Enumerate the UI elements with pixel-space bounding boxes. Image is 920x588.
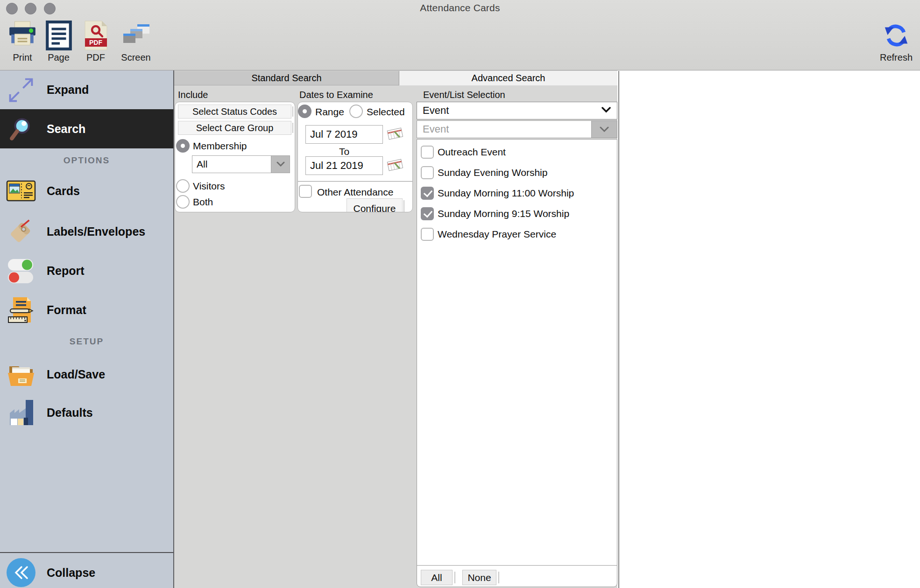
folder-icon [6, 361, 36, 388]
sidebar-item-report[interactable]: Report [0, 257, 173, 285]
event-row: Outreach Event [417, 142, 617, 162]
sidebar-item-label: Expand [47, 83, 89, 97]
print-button[interactable]: Print [4, 20, 41, 63]
search-tabs: Standard Search Advanced Search [174, 71, 617, 85]
screen-icon [115, 20, 157, 51]
toggles-icon [6, 257, 36, 284]
select-status-codes-button[interactable]: Select Status Codes [178, 105, 291, 119]
both-radio[interactable] [176, 195, 190, 209]
sidebar-item-format[interactable]: Format [0, 296, 173, 324]
event-checkbox[interactable] [421, 166, 434, 179]
select-care-group-button[interactable]: Select Care Group [178, 121, 291, 135]
search-pane: Standard Search Advanced Search Include … [174, 70, 617, 588]
sidebar-item-label: Labels/Envelopes [47, 225, 145, 238]
sidebar-item-defaults[interactable]: Defaults [0, 398, 173, 427]
select-none-button[interactable]: None [462, 570, 496, 585]
sidebar-item-search[interactable]: Search [0, 109, 173, 148]
event-checkbox[interactable] [421, 187, 434, 200]
calendar-icon[interactable] [386, 127, 404, 142]
expand-arrows-icon [6, 77, 36, 104]
svg-text:PDF: PDF [89, 39, 102, 46]
membership-filter-value: All [197, 159, 207, 170]
sidebar-item-cards[interactable]: Cards [0, 177, 173, 205]
include-header: Include [178, 90, 208, 100]
sidebar-item-label: Load/Save [47, 368, 105, 381]
calendar-icon[interactable] [386, 158, 404, 173]
events-header: Event/List Selection [423, 90, 505, 100]
event-type-value: Event [423, 105, 449, 117]
results-area [618, 71, 920, 588]
refresh-label: Refresh [875, 52, 917, 63]
select-all-button[interactable]: All [421, 570, 453, 585]
sidebar-item-load-save[interactable]: Load/Save [0, 360, 173, 389]
dates-panel: Range Selected To [297, 102, 413, 212]
event-row: Sunday Morning 9:15 Worship [417, 203, 617, 224]
factory-icon [6, 399, 36, 426]
membership-radio[interactable] [176, 139, 190, 153]
dates-divider [298, 181, 412, 182]
configure-button[interactable]: Configure [347, 198, 403, 212]
print-label: Print [4, 52, 41, 63]
selected-radio[interactable] [349, 105, 363, 118]
page-label: Page [41, 52, 76, 63]
sidebar: Expand Search OPTIONS [0, 70, 174, 588]
tab-advanced-search[interactable]: Advanced Search [399, 71, 617, 85]
to-label: To [305, 146, 383, 157]
event-label: Sunday Evening Worship [438, 167, 547, 178]
sidebar-section-setup: SETUP [0, 336, 173, 347]
event-label: Outreach Event [438, 147, 506, 158]
other-attendance-checkbox[interactable] [299, 185, 312, 198]
sidebar-section-options: OPTIONS [0, 155, 173, 166]
from-date-input[interactable] [305, 125, 383, 144]
membership-radio-label: Membership [193, 140, 247, 152]
sidebar-item-label: Search [47, 122, 85, 136]
tab-standard-search[interactable]: Standard Search [174, 71, 399, 85]
chevron-down-icon [591, 121, 617, 138]
event-list-dropdown[interactable]: Event [417, 120, 617, 138]
selected-radio-label: Selected [367, 106, 405, 118]
range-radio[interactable] [298, 105, 311, 118]
sidebar-item-label: Cards [47, 184, 80, 198]
event-row: Sunday Morning 11:00 Worship [417, 183, 617, 203]
event-checkbox[interactable] [421, 228, 434, 241]
sidebar-item-label: Report [47, 264, 85, 278]
pdf-button[interactable]: PDF PDF [78, 20, 113, 63]
screen-button[interactable]: Screen [115, 20, 157, 63]
visitors-radio[interactable] [176, 179, 190, 193]
screen-label: Screen [115, 52, 157, 63]
chevron-down-icon [602, 106, 611, 115]
tag-icon [6, 218, 36, 245]
range-radio-label: Range [315, 106, 344, 118]
dates-header: Dates to Examine [299, 90, 373, 100]
event-checkbox-list: Outreach Event Sunday Evening Worship Su… [417, 139, 617, 587]
event-list-footer-divider [417, 565, 617, 566]
search-icon [6, 116, 36, 142]
toolbar: Attendance Cards Print [0, 0, 920, 70]
event-checkbox[interactable] [421, 146, 434, 159]
sidebar-item-label: Format [47, 303, 86, 317]
event-label: Wednesday Prayer Service [438, 229, 556, 240]
event-checkbox[interactable] [421, 207, 434, 220]
printer-icon [4, 20, 41, 51]
event-type-dropdown[interactable]: Event [417, 102, 617, 119]
sidebar-item-labels-envelopes[interactable]: Labels/Envelopes [0, 217, 173, 245]
membership-filter-dropdown[interactable]: All [192, 155, 290, 173]
include-panel: Select Status Codes Select Care Group Me… [175, 102, 295, 212]
event-list-value: Event [423, 123, 449, 135]
pdf-label: PDF [78, 52, 113, 63]
event-row: Sunday Evening Worship [417, 162, 617, 183]
sidebar-item-label: Defaults [47, 406, 93, 420]
page-icon [41, 20, 76, 51]
to-date-input[interactable] [305, 156, 383, 175]
window-title: Attendance Cards [0, 2, 920, 14]
other-attendance-label: Other Attendance [317, 187, 393, 198]
refresh-icon [875, 20, 917, 51]
collapse-chevrons-icon [6, 558, 36, 588]
sidebar-item-expand[interactable]: Expand [0, 70, 173, 109]
refresh-button[interactable]: Refresh [875, 20, 917, 63]
chevron-down-icon [271, 156, 290, 173]
page-button[interactable]: Page [41, 20, 76, 63]
sidebar-item-collapse[interactable]: Collapse [0, 556, 173, 588]
event-label: Sunday Morning 11:00 Worship [438, 188, 574, 199]
pdf-icon: PDF [78, 20, 113, 51]
